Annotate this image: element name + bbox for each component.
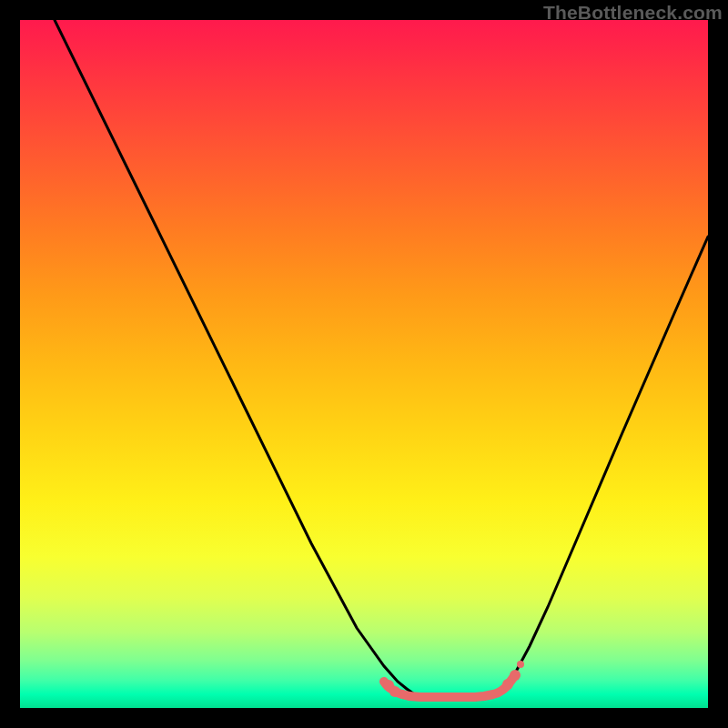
watermark-text: TheBottleneck.com [543,2,723,24]
curve-main-line [55,20,708,700]
marker-dot [517,661,524,668]
marker-dot [502,679,513,690]
chart-frame [20,20,708,708]
bottleneck-curve-plot [20,20,708,708]
marker-dot [510,670,521,681]
marker-dot [389,686,400,697]
